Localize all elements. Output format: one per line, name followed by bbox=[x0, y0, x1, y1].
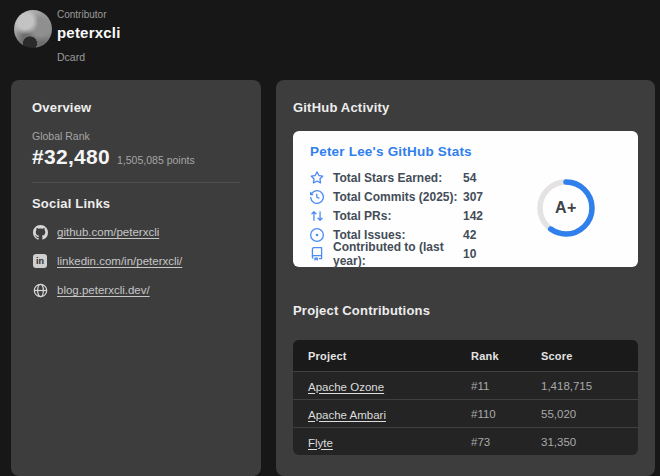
grade-ring: A+ bbox=[535, 177, 597, 239]
username: peterxcli bbox=[57, 24, 121, 41]
linkedin-icon: in bbox=[32, 253, 48, 269]
history-icon bbox=[310, 189, 325, 204]
github-icon bbox=[32, 224, 48, 240]
project-link[interactable]: Apache Ozone bbox=[308, 381, 384, 393]
overview-title: Overview bbox=[32, 100, 240, 115]
project-link[interactable]: Flyte bbox=[308, 437, 333, 449]
issue-icon bbox=[310, 227, 325, 242]
stat-value: 42 bbox=[463, 228, 476, 242]
github-link[interactable]: github.com/peterxcli bbox=[57, 226, 159, 238]
table-header: Project Rank Score bbox=[293, 340, 638, 371]
github-activity-title: GitHub Activity bbox=[293, 100, 638, 115]
project-contributions-title: Project Contributions bbox=[293, 303, 638, 318]
global-rank-label: Global Rank bbox=[32, 130, 240, 142]
stats-card-title: Peter Lee's GitHub Stats bbox=[310, 144, 638, 159]
table-row: Apache Ambari #110 55,020 bbox=[293, 399, 638, 427]
linkedin-link[interactable]: linkedin.com/in/peterxcli/ bbox=[57, 255, 182, 267]
project-rank: #110 bbox=[471, 408, 541, 420]
pull-request-icon bbox=[310, 208, 325, 223]
contributor-label: Contributor bbox=[57, 9, 121, 20]
table-row: Apache Ozone #11 1,418,715 bbox=[293, 371, 638, 399]
stat-row-contributed: Contributed to (last year): 10 bbox=[310, 244, 638, 263]
stat-label: Total PRs: bbox=[333, 209, 463, 223]
project-score: 31,350 bbox=[541, 436, 638, 448]
stat-value: 54 bbox=[463, 171, 476, 185]
stat-label: Contributed to (last year): bbox=[333, 240, 463, 268]
column-header-project: Project bbox=[293, 350, 471, 362]
column-header-rank: Rank bbox=[471, 350, 541, 362]
table-row: Flyte #73 31,350 bbox=[293, 427, 638, 455]
stat-label: Total Stars Earned: bbox=[333, 171, 463, 185]
global-rank-value: #32,480 bbox=[32, 145, 110, 169]
divider bbox=[32, 182, 240, 183]
social-link-blog[interactable]: blog.peterxcli.dev/ bbox=[32, 282, 240, 298]
project-score: 55,020 bbox=[541, 408, 638, 420]
project-rank: #11 bbox=[471, 380, 541, 392]
overview-panel: Overview Global Rank #32,480 1,505,085 p… bbox=[11, 80, 261, 476]
points-value: 1,505,085 points bbox=[117, 154, 195, 166]
grade-letter: A+ bbox=[535, 177, 597, 239]
column-header-score: Score bbox=[541, 350, 638, 362]
project-link[interactable]: Apache Ambari bbox=[308, 409, 386, 421]
social-links-title: Social Links bbox=[32, 196, 240, 211]
project-score: 1,418,715 bbox=[541, 380, 638, 392]
stat-value: 307 bbox=[463, 190, 483, 204]
star-icon bbox=[310, 170, 325, 185]
project-rank: #73 bbox=[471, 436, 541, 448]
blog-link[interactable]: blog.peterxcli.dev/ bbox=[57, 284, 150, 296]
stat-value: 142 bbox=[463, 209, 483, 223]
stat-value: 10 bbox=[463, 247, 476, 261]
repo-icon bbox=[310, 246, 325, 261]
company-name: Dcard bbox=[57, 51, 121, 63]
github-stats-card: Peter Lee's GitHub Stats Total Stars Ear… bbox=[293, 131, 638, 267]
avatar bbox=[14, 10, 52, 48]
contributions-table: Project Rank Score Apache Ozone #11 1,41… bbox=[293, 340, 638, 455]
globe-icon bbox=[32, 282, 48, 298]
social-link-linkedin[interactable]: in linkedin.com/in/peterxcli/ bbox=[32, 253, 240, 269]
social-link-github[interactable]: github.com/peterxcli bbox=[32, 224, 240, 240]
stat-label: Total Commits (2025): bbox=[333, 190, 463, 204]
profile-header: Contributor peterxcli Dcard bbox=[0, 0, 660, 80]
github-activity-panel: GitHub Activity Peter Lee's GitHub Stats… bbox=[276, 80, 655, 476]
